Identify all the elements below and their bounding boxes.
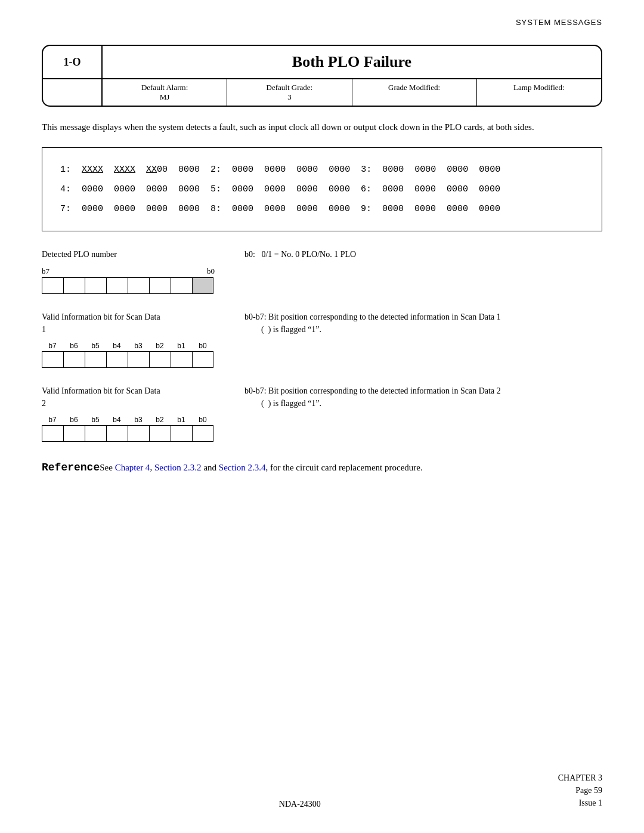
card-field-label-3: Lamp Modified: [513, 83, 565, 92]
bit-section-1: Valid Information bit for Scan Data1 b0-… [42, 311, 602, 368]
footer-page: Page 59 [558, 784, 602, 797]
bit-ends-labels-2: b7 b6 b5 b4 b3 b2 b1 b0 [42, 416, 602, 424]
card-field-2: Grade Modified: [352, 79, 477, 106]
bit-section-row-2: Valid Information bit for Scan Data2 b0-… [42, 385, 602, 410]
bit-box-1-6 [171, 351, 192, 368]
data-row-0-text: 1: XXXX XXXX XX00 0000 2: 0000 0000 0000… [60, 160, 500, 179]
page-header-label: SYSTEM MESSAGES [516, 18, 602, 27]
bit-ends-labels-1: b7 b6 b5 b4 b3 b2 b1 b0 [42, 342, 602, 350]
bit-box-0-3 [106, 277, 128, 294]
bit-box-2-0 [42, 425, 63, 442]
ref-link-chapter4[interactable]: Chapter 4 [115, 463, 150, 472]
bit-desc-col-0: b0: 0/1 = No. 0 PLO/No. 1 PLO [244, 248, 602, 261]
footer-center: NDA-24300 [279, 800, 321, 809]
description-text: This message displays when the system de… [42, 120, 602, 134]
data-row-1-text: 4: 0000 0000 0000 0000 5: 0000 0000 0000… [60, 179, 500, 199]
bit-label-0: Detected PLO number [42, 250, 117, 259]
bit-section-row-1: Valid Information bit for Scan Data1 b0-… [42, 311, 602, 336]
bit-box-0-6 [171, 277, 192, 294]
card-field-value-0: MJ [110, 92, 219, 102]
bit-label-2: Valid Information bit for Scan Data2 [42, 386, 160, 408]
data-box: 1: XXXX XXXX XX00 0000 2: 0000 0000 0000… [42, 147, 602, 231]
bit-label-col-2: Valid Information bit for Scan Data2 [42, 385, 221, 410]
reference-label: Reference [42, 462, 100, 473]
bit-label-b2-2: b2 [149, 416, 171, 424]
bit-label-b5-2: b5 [85, 416, 106, 424]
bit-box-1-5 [149, 351, 171, 368]
bit-label-b4-2: b4 [106, 416, 128, 424]
bit-label-b0-2: b0 [192, 416, 213, 424]
bit-label-b3-2: b3 [128, 416, 149, 424]
bit-label-col-0: Detected PLO number [42, 248, 221, 261]
bit-label-1: Valid Information bit for Scan Data1 [42, 312, 160, 334]
data-row-2: 7: 0000 0000 0000 0000 8: 0000 0000 0000… [60, 199, 584, 219]
bit-label-b5-1: b5 [85, 342, 106, 350]
card-bottom-row: Default Alarm: MJ Default Grade: 3 Grade… [43, 79, 601, 106]
bit-diagram-1: b7 b6 b5 b4 b3 b2 b1 b0 [42, 342, 602, 368]
ref-link-section232[interactable]: Section 2.3.2 [154, 463, 202, 472]
bit-desc-text-1: b0-b7: Bit position corresponding to the… [244, 312, 501, 334]
bit-box-2-6 [171, 425, 192, 442]
bit-box-1-2 [85, 351, 106, 368]
ref-separator-2: and [202, 463, 219, 472]
footer-chapter: CHAPTER 3 [558, 772, 602, 784]
bit-box-0-4 [128, 277, 149, 294]
bit-desc-label-0: b0: [244, 250, 255, 259]
bit-desc-text-2: b0-b7: Bit position corresponding to the… [244, 386, 501, 408]
bit-end-right-0: b0 [207, 267, 215, 276]
bit-box-2-2 [85, 425, 106, 442]
bit-box-1-0 [42, 351, 63, 368]
page-footer: NDA-24300 CHAPTER 3 Page 59 Issue 1 [42, 772, 602, 809]
card-id: 1-O [43, 46, 103, 78]
reference-text: See [100, 463, 114, 472]
bit-box-1-7 [192, 351, 213, 368]
bit-boxes-0 [42, 277, 602, 294]
bit-label-b4-1: b4 [106, 342, 128, 350]
bit-label-b2-1: b2 [149, 342, 171, 350]
card-spacer [43, 79, 103, 106]
bit-box-2-7 [192, 425, 213, 442]
bit-box-1-4 [128, 351, 149, 368]
bit-label-b7-1: b7 [42, 342, 63, 350]
bit-label-col-1: Valid Information bit for Scan Data1 [42, 311, 221, 336]
bit-section-2: Valid Information bit for Scan Data2 b0-… [42, 385, 602, 442]
bit-end-left-0: b7 [42, 267, 49, 276]
bit-box-1-1 [63, 351, 85, 368]
bit-desc-text-0: 0/1 = No. 0 PLO/No. 1 PLO [261, 250, 356, 259]
card-field-value-1: 3 [234, 92, 344, 102]
bit-label-b1-1: b1 [171, 342, 192, 350]
bit-box-0-1 [63, 277, 85, 294]
bit-label-b0-1: b0 [192, 342, 213, 350]
bit-label-b7-2: b7 [42, 416, 63, 424]
card-field-1: Default Grade: 3 [227, 79, 352, 106]
footer-right: CHAPTER 3 Page 59 Issue 1 [558, 772, 602, 809]
bit-box-0-5 [149, 277, 171, 294]
bit-section-0: Detected PLO number b0: 0/1 = No. 0 PLO/… [42, 248, 602, 294]
ref-suffix: , for the circuit card replacement proce… [266, 463, 423, 472]
bit-box-0-0 [42, 277, 63, 294]
bit-label-b6-2: b6 [63, 416, 85, 424]
bit-ends-row-0: b7 b0 [42, 267, 215, 276]
bit-label-b6-1: b6 [63, 342, 85, 350]
bit-box-2-1 [63, 425, 85, 442]
bit-box-2-4 [128, 425, 149, 442]
bit-desc-col-1: b0-b7: Bit position corresponding to the… [244, 311, 602, 336]
data-row-0: 1: XXXX XXXX XX00 0000 2: 0000 0000 0000… [60, 160, 584, 179]
footer-issue: Issue 1 [558, 797, 602, 809]
ref-link-section234[interactable]: Section 2.3.4 [219, 463, 266, 472]
bit-section-row-0: Detected PLO number b0: 0/1 = No. 0 PLO/… [42, 248, 602, 261]
bit-boxes-1 [42, 351, 602, 368]
card-field-label-0: Default Alarm: [141, 83, 188, 92]
card-title: Both PLO Failure [103, 46, 601, 78]
bit-box-1-3 [106, 351, 128, 368]
data-row-2-text: 7: 0000 0000 0000 0000 8: 0000 0000 0000… [60, 199, 500, 219]
card-field-0: Default Alarm: MJ [103, 79, 227, 106]
card-field-3: Lamp Modified: [477, 79, 601, 106]
card-top-row: 1-O Both PLO Failure [43, 46, 601, 79]
bit-box-0-7 [192, 277, 213, 294]
bit-diagram-0: b7 b0 [42, 267, 602, 294]
bit-diagram-2: b7 b6 b5 b4 b3 b2 b1 b0 [42, 416, 602, 442]
bit-label-b3-1: b3 [128, 342, 149, 350]
bit-label-b1-2: b1 [171, 416, 192, 424]
reference-paragraph: ReferenceSee Chapter 4, Section 2.3.2 an… [42, 459, 602, 477]
